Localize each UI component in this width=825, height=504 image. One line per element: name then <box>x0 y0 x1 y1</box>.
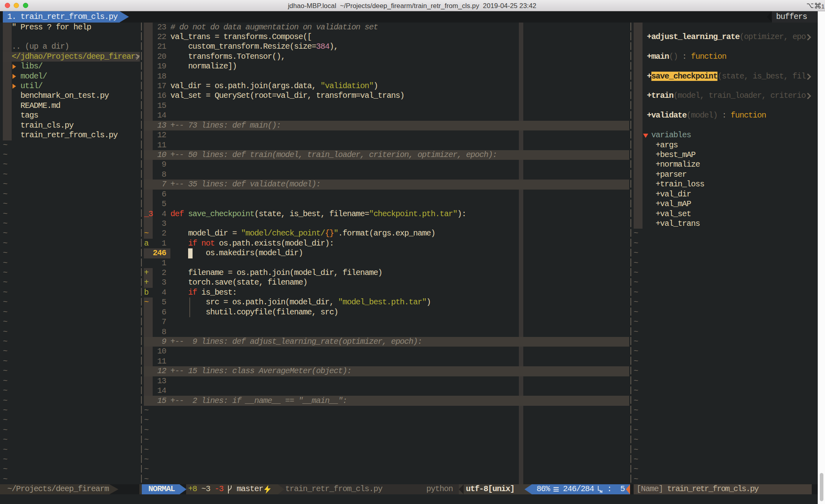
svg-text:1: 1 <box>821 3 825 10</box>
